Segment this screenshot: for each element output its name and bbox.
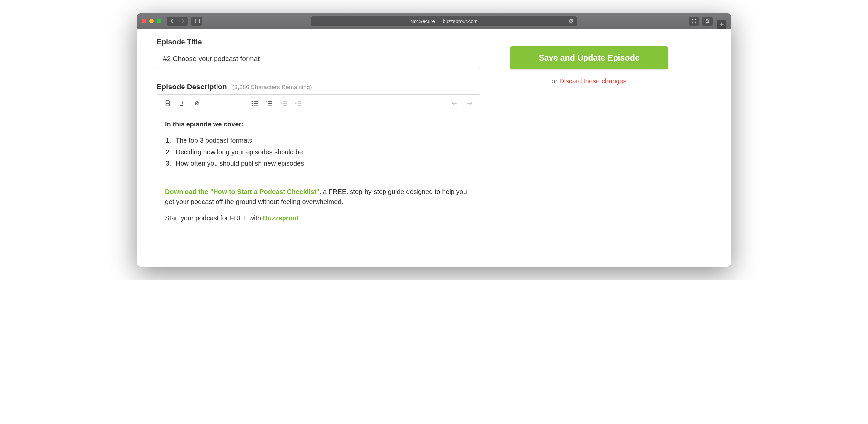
svg-point-4 (706, 21, 707, 21)
content-paragraph: Download the "How to Start a Podcast Che… (165, 187, 472, 207)
list-item: How often you should publish new episode… (173, 158, 472, 169)
svg-rect-0 (194, 19, 200, 24)
forward-button[interactable] (177, 17, 188, 26)
checklist-link[interactable]: Download the "How to Start a Podcast Che… (165, 188, 319, 195)
rich-text-editor: 123 (157, 94, 480, 249)
episode-form: Episode Title Episode Description (3,286… (157, 38, 480, 250)
svg-point-9 (252, 101, 253, 102)
extension-1password-icon[interactable] (689, 17, 699, 26)
editor-content[interactable]: In this episode we cover: The top 3 podc… (157, 112, 480, 249)
close-window-button[interactable] (142, 19, 146, 24)
address-bar[interactable]: Not Secure — buzzsprout.com (311, 16, 577, 26)
address-bar-container: Not Secure — buzzsprout.com (202, 16, 685, 26)
buzzsprout-link[interactable]: Buzzsprout (263, 214, 299, 221)
sidebar-toggle-button[interactable] (191, 17, 202, 26)
extension-ghost-icon[interactable] (702, 17, 713, 26)
back-button[interactable] (167, 17, 177, 26)
redo-button[interactable] (463, 97, 475, 109)
svg-point-10 (252, 103, 253, 104)
label-text: Episode Description (157, 83, 227, 91)
content-paragraph: Start your podcast for FREE with Buzzspr… (165, 213, 472, 223)
episode-title-label: Episode Title (157, 38, 480, 46)
italic-button[interactable] (176, 97, 188, 109)
episode-description-label: Episode Description (3,286 Characters Re… (157, 83, 480, 91)
reload-icon[interactable] (568, 19, 574, 24)
number-list-button[interactable]: 123 (264, 97, 275, 109)
page-content: Episode Title Episode Description (3,286… (137, 29, 731, 267)
undo-button[interactable] (449, 97, 461, 109)
discard-row: or Discard these changes (510, 77, 668, 85)
traffic-lights (142, 19, 161, 24)
extension-buttons (689, 17, 713, 26)
list-item: Deciding how long your episodes should b… (173, 147, 472, 157)
svg-point-5 (708, 21, 708, 21)
episode-title-input[interactable] (157, 50, 480, 68)
action-sidebar: Save and Update Episode or Discard these… (510, 38, 711, 250)
link-button[interactable] (191, 97, 203, 109)
outdent-button[interactable] (278, 97, 290, 109)
new-tab-button[interactable] (717, 20, 726, 29)
paragraph-text: Start your podcast for FREE with (165, 214, 263, 221)
chars-remaining: (3,286 Characters Remaining) (232, 84, 312, 91)
bold-button[interactable] (162, 97, 174, 109)
minimize-window-button[interactable] (149, 19, 154, 24)
svg-point-11 (252, 104, 253, 106)
list-item: The top 3 podcast formats (173, 135, 472, 146)
or-text: or (552, 77, 559, 85)
content-heading: In this episode we cover: (165, 119, 472, 129)
svg-rect-3 (694, 20, 694, 23)
maximize-window-button[interactable] (157, 19, 161, 24)
nav-button-group (167, 17, 188, 26)
browser-window: Not Secure — buzzsprout.com Episode Titl… (137, 13, 731, 267)
indent-button[interactable] (292, 97, 304, 109)
svg-text:3: 3 (266, 105, 267, 106)
svg-line-8 (182, 101, 183, 106)
browser-titlebar: Not Secure — buzzsprout.com (137, 13, 731, 29)
discard-link[interactable]: Discard these changes (559, 77, 626, 85)
editor-toolbar: 123 (157, 95, 480, 112)
content-ordered-list: The top 3 podcast formats Deciding how l… (165, 135, 472, 169)
label-text: Episode Title (157, 38, 202, 46)
address-text: Not Secure — buzzsprout.com (410, 19, 477, 24)
bullet-list-button[interactable] (249, 97, 261, 109)
save-button[interactable]: Save and Update Episode (510, 46, 668, 69)
